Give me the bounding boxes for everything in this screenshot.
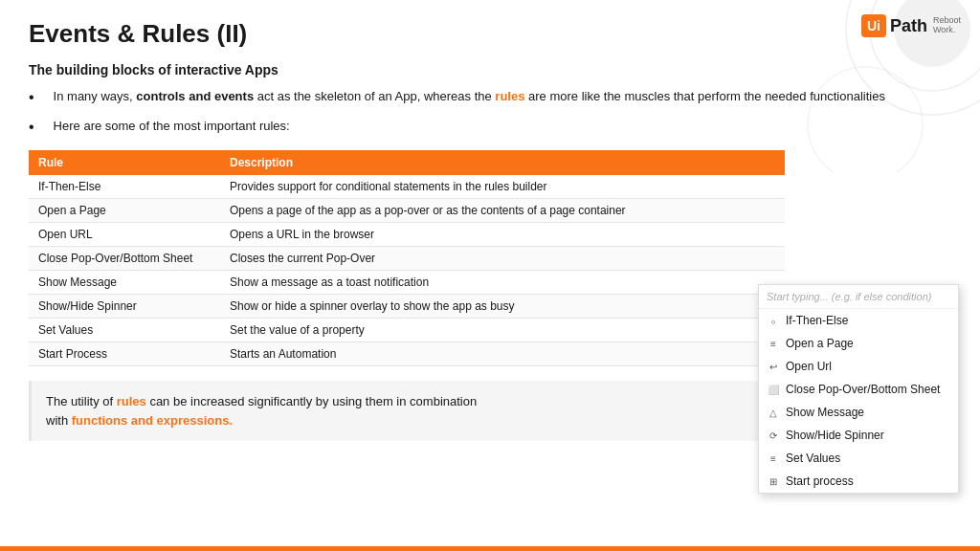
table-cell-rule: Set Values [29, 319, 220, 342]
table-cell-description: Starts an Automation [220, 342, 785, 366]
dropdown-item[interactable]: ⟳Show/Hide Spinner [759, 424, 958, 447]
close-icon: ⬜ [767, 383, 780, 396]
dropdown-item-label: Show Message [786, 406, 864, 419]
dropdown-item-label: Set Values [786, 452, 840, 465]
dropdown-item[interactable]: ≡Open a Page [759, 332, 958, 355]
table-cell-rule: Show/Hide Spinner [29, 295, 220, 319]
table-cell-rule: Start Process [29, 342, 220, 366]
table-cell-description: Show or hide a spinner overlay to show t… [220, 295, 785, 319]
table-cell-rule: If-Then-Else [29, 175, 220, 199]
bottom-text-functions: functions and expressions. [72, 413, 233, 428]
dropdown-item[interactable]: △Show Message [759, 401, 958, 424]
logo-ui-label: Ui [867, 18, 880, 33]
dropdown-item-label: If-Then-Else [786, 314, 848, 327]
table-header-row: Rule Description [29, 150, 785, 175]
page-icon: ≡ [767, 337, 780, 350]
bullet-item-2: Here are some of the most important rule… [29, 117, 951, 139]
rules-dropdown[interactable]: Start typing... (e.g. if else condition)… [758, 284, 959, 494]
values-icon: ≡ [767, 452, 780, 465]
if-icon: ⬦ [767, 314, 780, 327]
dropdown-item[interactable]: ≡Set Values [759, 447, 958, 470]
col-header-rule: Rule [29, 150, 220, 175]
table-cell-description: Set the value of a property [220, 319, 785, 342]
bottom-text-plain1: The utility of [46, 394, 117, 408]
logo-path-label: Path [890, 16, 927, 36]
table-row: Show MessageShow a message as a toast no… [29, 271, 785, 295]
dropdown-item-label: Open a Page [786, 337, 854, 350]
dropdown-item[interactable]: ↩Open Url [759, 355, 958, 378]
page-title: Events & Rules (II) [29, 19, 247, 49]
table-cell-rule: Open a Page [29, 199, 220, 223]
bottom-bar [0, 546, 980, 551]
bullet-text-1: In many ways, controls and events act as… [54, 87, 885, 106]
table-cell-description: Opens a page of the app as a pop-over or… [220, 199, 785, 223]
bottom-text-rules: rules [117, 394, 146, 408]
logo-reboot-label: RebootWork. [933, 16, 961, 35]
table-row: Set ValuesSet the value of a property [29, 319, 785, 342]
dropdown-search-placeholder[interactable]: Start typing... (e.g. if else condition) [759, 285, 958, 309]
table-row: Start ProcessStarts an Automation [29, 342, 785, 366]
table-cell-description: Closes the current Pop-Over [220, 247, 785, 271]
bullet-list: In many ways, controls and events act as… [29, 87, 951, 139]
table-cell-description: Provides support for conditional stateme… [220, 175, 785, 199]
rules-table: Rule Description If-Then-ElseProvides su… [29, 150, 785, 366]
dropdown-item-label: Open Url [786, 360, 832, 373]
table-row: If-Then-ElseProvides support for conditi… [29, 175, 785, 199]
table-cell-description: Opens a URL in the browser [220, 223, 785, 247]
table-cell-description: Show a message as a toast notification [220, 271, 785, 295]
dropdown-item-label: Close Pop-Over/Bottom Sheet [786, 383, 940, 396]
table-row: Show/Hide SpinnerShow or hide a spinner … [29, 295, 785, 319]
bullet-item-1: In many ways, controls and events act as… [29, 87, 951, 109]
header: Events & Rules (II) [29, 19, 951, 49]
table-row: Open URLOpens a URL in the browser [29, 223, 785, 247]
table-row: Close Pop-Over/Bottom SheetCloses the cu… [29, 247, 785, 271]
spinner-icon: ⟳ [767, 429, 780, 442]
table-cell-rule: Close Pop-Over/Bottom Sheet [29, 247, 220, 271]
logo-box: Ui [861, 14, 886, 37]
table-cell-rule: Open URL [29, 223, 220, 247]
dropdown-item[interactable]: ⬜Close Pop-Over/Bottom Sheet [759, 378, 958, 401]
dropdown-item-label: Show/Hide Spinner [786, 429, 884, 442]
table-cell-rule: Show Message [29, 271, 220, 295]
section-heading: The building blocks of interactive Apps [29, 62, 951, 77]
url-icon: ↩ [767, 360, 780, 373]
process-icon: ⊞ [767, 474, 780, 488]
bullet-text-2: Here are some of the most important rule… [54, 117, 290, 136]
dropdown-item[interactable]: ⬦If-Then-Else [759, 309, 958, 332]
dropdown-item-label: Start process [786, 474, 854, 488]
dropdown-item[interactable]: ⊞Start process [759, 470, 958, 493]
col-header-description: Description [220, 150, 785, 175]
table-row: Open a PageOpens a page of the app as a … [29, 199, 785, 223]
logo: Ui Path RebootWork. [861, 14, 961, 37]
message-icon: △ [767, 406, 780, 419]
